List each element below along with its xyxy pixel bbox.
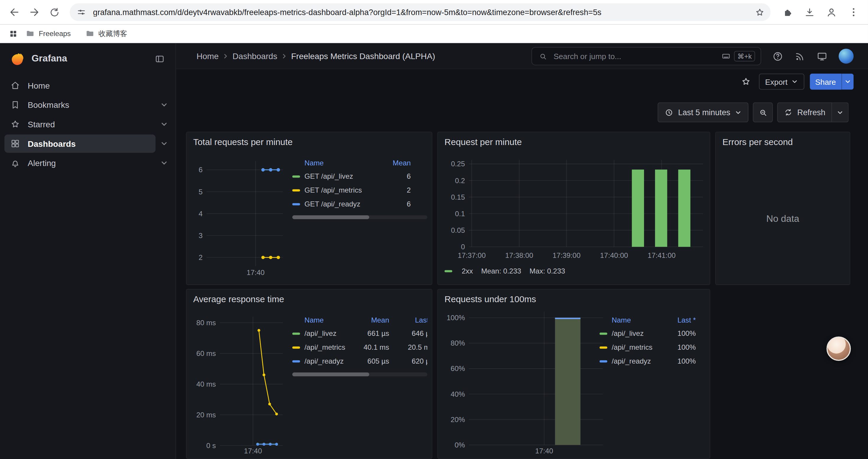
- kebab-menu-icon: [848, 6, 859, 18]
- site-settings-icon[interactable]: [76, 7, 87, 17]
- legend-row[interactable]: /api/_metrics 100%: [599, 340, 696, 354]
- url-bar[interactable]: [70, 3, 771, 21]
- under-100ms-chart[interactable]: 100%80%60%40%20%0%17:40: [442, 312, 606, 458]
- panel-title[interactable]: Errors per second: [716, 132, 850, 152]
- grafana-logo[interactable]: [9, 51, 25, 67]
- reload-icon: [49, 6, 60, 18]
- fav-dashboard-button[interactable]: [738, 74, 753, 89]
- series-color-swatch: [599, 360, 607, 362]
- legend-row[interactable]: /api/_metrics 40.1 ms 20.5 ms: [292, 340, 427, 354]
- monitor-icon: [816, 51, 828, 61]
- svg-text:17:40: 17:40: [247, 268, 265, 276]
- news-button[interactable]: [795, 51, 805, 61]
- bookmark-folder-freeleaps[interactable]: Freeleaps: [21, 27, 75, 40]
- legend-col-last[interactable]: Last *: [666, 316, 696, 324]
- apps-grid-icon: [8, 28, 18, 38]
- star-outline-icon: [740, 76, 751, 87]
- reload-button[interactable]: [44, 2, 64, 22]
- svg-text:40%: 40%: [451, 390, 465, 398]
- bookmark-star-icon[interactable]: [754, 7, 765, 18]
- sidebar-item-alerting[interactable]: Alerting: [4, 154, 156, 172]
- panel-title[interactable]: Request per minute: [438, 132, 710, 152]
- sidebar-item-home[interactable]: Home: [4, 76, 172, 95]
- grafana-header: Home Dashboards Freeleaps Metrics Dashbo…: [176, 43, 868, 69]
- panel-title[interactable]: Requests under 100ms: [438, 290, 710, 309]
- sidebar-item-bookmarks[interactable]: Bookmarks: [4, 96, 156, 114]
- series-color-swatch: [292, 360, 300, 362]
- svg-text:0.2: 0.2: [455, 177, 465, 185]
- time-controls: Last 5 minutes Refresh: [658, 102, 849, 122]
- series-color-swatch: [292, 203, 300, 205]
- expand-alerting-button[interactable]: [156, 159, 172, 167]
- bookmark-folder-label: 收藏博客: [98, 28, 127, 38]
- legend-row[interactable]: GET /api/_readyz 6: [292, 197, 427, 211]
- legend-row[interactable]: /api/_readyz 100%: [599, 354, 696, 368]
- legend-header: Name Mean Last *: [292, 314, 427, 327]
- svg-text:80%: 80%: [451, 339, 465, 347]
- legend-col-last[interactable]: Last *: [394, 316, 427, 324]
- profile-button[interactable]: [822, 2, 841, 22]
- svg-text:40 ms: 40 ms: [196, 380, 216, 388]
- legend-col-name[interactable]: Name: [612, 316, 666, 324]
- bell-icon: [10, 158, 21, 168]
- search-box[interactable]: ⌘+k: [531, 47, 761, 65]
- main-area: Home Dashboards Freeleaps Metrics Dashbo…: [176, 43, 868, 459]
- svg-text:4: 4: [198, 210, 203, 218]
- browser-menu-button[interactable]: [844, 2, 864, 22]
- floating-assistant-avatar[interactable]: [826, 336, 850, 361]
- expand-bookmarks-button[interactable]: [156, 101, 172, 109]
- legend-row[interactable]: /api/_livez 661 µs 646 µs: [292, 326, 427, 340]
- back-button[interactable]: [4, 2, 24, 22]
- downloads-button[interactable]: [800, 2, 819, 22]
- legend-col-mean[interactable]: Mean: [356, 316, 389, 324]
- legend-table: Name Mean GET /api/_livez 6 GET /api/_me…: [287, 156, 428, 219]
- breadcrumb-home[interactable]: Home: [196, 51, 219, 61]
- legend-line[interactable]: 2xx Mean: 0.233 Max: 0.233: [445, 267, 565, 275]
- legend-row[interactable]: GET /api/_metrics 2: [292, 183, 427, 197]
- breadcrumb: Home Dashboards Freeleaps Metrics Dashbo…: [196, 51, 435, 61]
- legend-scrollbar-thumb[interactable]: [292, 372, 369, 376]
- legend-table: Name Mean Last * /api/_livez 661 µs 646 …: [287, 314, 428, 376]
- legend-row[interactable]: /api/_readyz 605 µs 620 µs: [292, 354, 427, 368]
- refresh-interval-button[interactable]: [832, 102, 848, 122]
- panel-title[interactable]: Average response time: [186, 290, 432, 309]
- help-button[interactable]: [772, 51, 783, 61]
- series-color-swatch: [445, 270, 452, 272]
- legend-col-name[interactable]: Name: [305, 316, 356, 324]
- svg-text:0.05: 0.05: [451, 226, 465, 234]
- breadcrumb-dashboards[interactable]: Dashboards: [232, 51, 277, 61]
- legend-scrollbar-thumb[interactable]: [292, 215, 369, 219]
- url-input[interactable]: [92, 7, 754, 17]
- share-button[interactable]: Share: [810, 73, 841, 90]
- expand-starred-button[interactable]: [156, 120, 172, 129]
- chevron-down-icon: [844, 78, 851, 85]
- time-range-picker[interactable]: Last 5 minutes: [658, 102, 749, 122]
- search-shortcut: ⌘+k: [721, 51, 755, 61]
- legend-col-name[interactable]: Name: [305, 159, 378, 167]
- panel-title[interactable]: Total requests per minute: [186, 132, 432, 152]
- export-button[interactable]: Export: [759, 73, 804, 90]
- expand-dashboards-button[interactable]: [156, 139, 172, 148]
- user-avatar[interactable]: [839, 49, 854, 64]
- chevron-down-icon: [735, 109, 742, 116]
- request-per-minute-chart[interactable]: 0.250.20.150.10.05017:37:0017:38:0017:39…: [442, 155, 706, 262]
- refresh-button[interactable]: Refresh: [777, 102, 832, 122]
- bookmark-folder-blogs[interactable]: 收藏博客: [81, 26, 131, 41]
- forward-button[interactable]: [24, 2, 44, 22]
- search-input[interactable]: [553, 51, 721, 61]
- legend-scrollbar-track: [292, 215, 427, 219]
- zoom-out-button[interactable]: [753, 102, 773, 122]
- extensions-button[interactable]: [777, 2, 797, 22]
- share-menu-button[interactable]: [841, 73, 854, 90]
- sidebar-item-starred[interactable]: Starred: [4, 115, 156, 133]
- average-response-chart[interactable]: 80 ms60 ms40 ms20 ms0 s17:40: [191, 312, 286, 458]
- bookmark-icon: [10, 100, 21, 110]
- legend-row[interactable]: /api/_livez 100%: [599, 326, 696, 340]
- total-requests-chart[interactable]: 6543217:40: [191, 155, 286, 280]
- apps-button[interactable]: [6, 26, 21, 41]
- legend-col-mean[interactable]: Mean: [378, 159, 411, 167]
- legend-row[interactable]: GET /api/_livez 6: [292, 169, 427, 183]
- dock-sidebar-button[interactable]: [151, 51, 168, 67]
- sidebar-item-dashboards[interactable]: Dashboards: [4, 134, 156, 153]
- kiosk-button[interactable]: [816, 51, 828, 61]
